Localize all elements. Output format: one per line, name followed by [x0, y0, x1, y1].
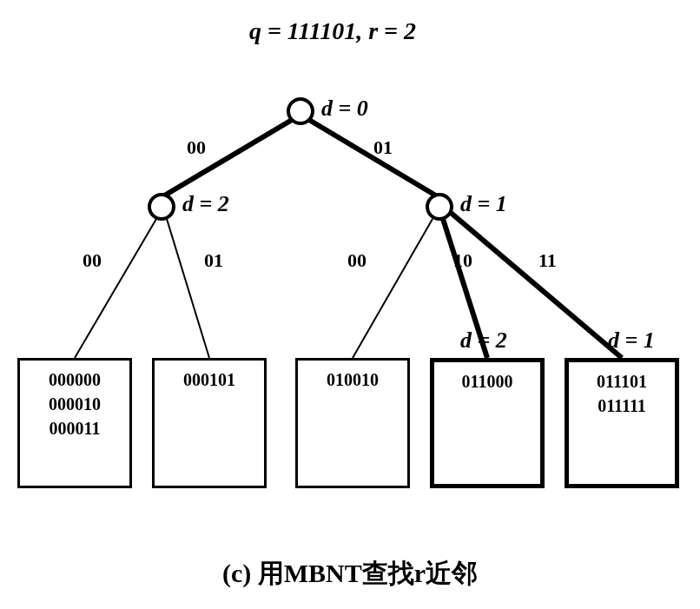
leaf4-dlabel: d = 1 — [608, 328, 655, 354]
leaf-value: 000000 — [23, 367, 126, 392]
edge-label-00b: 00 — [83, 249, 102, 272]
leaf-1: 000101 — [152, 358, 267, 488]
node-left-label: d = 2 — [182, 191, 229, 217]
leaf3-dlabel: d = 2 — [460, 328, 507, 354]
leaf-value: 011111 — [572, 394, 671, 418]
tree-title: q = 111101, r = 2 — [0, 17, 683, 45]
edge-label-11: 11 — [538, 249, 557, 272]
edge-root-left — [162, 120, 292, 197]
leaf-3: 011000 — [430, 358, 545, 488]
leaf-value: 000010 — [23, 392, 126, 416]
leaf-value: 011000 — [438, 369, 537, 394]
tree-diagram: d = 0 d = 2 d = 1 00 01 00 01 00 10 11 d… — [17, 54, 677, 488]
edge-label-00a: 00 — [187, 136, 206, 159]
node-root — [287, 97, 314, 125]
edge-left-leaf0 — [75, 219, 156, 358]
leaf-value: 011101 — [572, 369, 671, 394]
edge-label-00c: 00 — [347, 249, 367, 272]
edge-right-leaf2 — [353, 219, 433, 358]
leaf-value: 000101 — [158, 367, 261, 392]
edge-label-01a: 01 — [373, 136, 393, 159]
node-left — [148, 193, 175, 221]
leaf-value: 000011 — [23, 416, 126, 440]
leaf-value: 010010 — [301, 367, 404, 392]
leaf-2: 010010 — [295, 358, 410, 488]
leaf-4: 011101 011111 — [565, 358, 679, 488]
figure-caption: (c) 用MBNT查找r近邻 — [0, 556, 700, 592]
edge-label-10: 10 — [453, 249, 472, 272]
node-right — [426, 193, 453, 221]
edge-label-01b: 01 — [204, 249, 223, 272]
node-root-label: d = 0 — [321, 96, 368, 122]
edge-left-leaf1 — [167, 219, 209, 358]
node-right-label: d = 1 — [460, 191, 507, 217]
leaf-0: 000000 000010 000011 — [17, 358, 132, 488]
